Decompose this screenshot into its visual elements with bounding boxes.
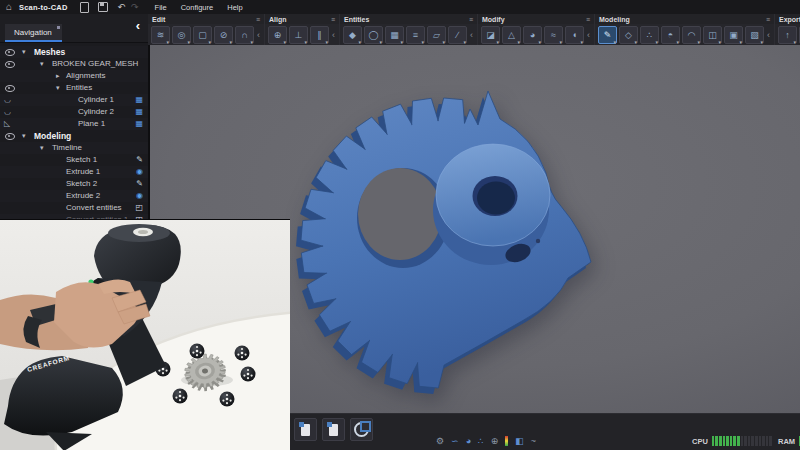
sculpt-sphere-button[interactable]: ◎▾	[172, 26, 191, 44]
grid-icon[interactable]: ▦	[135, 94, 143, 106]
tree-item-cylinder-1[interactable]: ◡Cylinder 1▦	[0, 94, 148, 106]
meter-segment	[766, 436, 769, 446]
undo-icon[interactable]: ↶	[118, 0, 126, 14]
vertices-display-icon[interactable]: ∴	[478, 436, 484, 446]
visibility-eye-icon[interactable]	[5, 61, 15, 68]
align-pair-button[interactable]: ∥▾	[310, 26, 329, 44]
chevron-down-icon[interactable]: ▾	[40, 142, 44, 154]
select-volume-button[interactable]: ▢▾	[193, 26, 212, 44]
auto-entities-button[interactable]: ◆▾	[343, 26, 362, 44]
section-menu-icon[interactable]: ≡	[469, 16, 473, 23]
circle-entity-button[interactable]: ◯▾	[364, 26, 383, 44]
section-menu-icon[interactable]: ≡	[256, 16, 260, 23]
tree-item-broken-gear-mesh[interactable]: ▾BROKEN GEAR_MESH	[0, 58, 148, 70]
visibility-eye-icon[interactable]	[5, 85, 15, 92]
surface-shade-icon[interactable]: ◕	[466, 436, 471, 446]
tab-navigation[interactable]: Navigation	[5, 24, 62, 42]
new-document-icon[interactable]	[80, 2, 89, 13]
sketch-icon[interactable]: ✎	[136, 154, 143, 166]
dropdown-caret-icon: ▾	[400, 39, 403, 45]
bridge-mesh-button[interactable]: ∩▾	[235, 26, 254, 44]
section-overflow-chevron[interactable]: ‹	[767, 30, 770, 40]
home-icon[interactable]: ⌂	[6, 0, 12, 14]
tree-item-plane-1[interactable]: ◺Plane 1▦	[0, 118, 148, 130]
tree-item-alignments[interactable]: ▸Alignments	[0, 70, 148, 82]
grid-entity-button[interactable]: ▦▾	[385, 26, 404, 44]
menu-file[interactable]: File	[155, 3, 167, 12]
section-overflow-chevron[interactable]: ‹	[332, 30, 335, 40]
section-overflow-chevron[interactable]: ‹	[587, 30, 590, 40]
tree-item-extrude-2[interactable]: Extrude 2◉	[0, 190, 148, 202]
dropdown-caret-icon: ▾	[538, 39, 541, 45]
tree-item-timeline[interactable]: ▾Timeline	[0, 142, 148, 154]
chevron-down-icon[interactable]: ▾	[22, 130, 26, 142]
dropdown-caret-icon: ▾	[613, 39, 616, 45]
snapshot-button-2[interactable]	[322, 418, 345, 441]
visibility-eye-icon[interactable]	[5, 133, 15, 140]
mesh-display-icon[interactable]: ◧	[515, 436, 524, 446]
curve-tool-button[interactable]: ≈▾	[544, 26, 563, 44]
section-overflow-chevron[interactable]: ‹	[470, 30, 473, 40]
visibility-eye-icon[interactable]	[5, 49, 15, 56]
tree-item-convert-entities[interactable]: Convert entities◰	[0, 202, 148, 214]
save-icon[interactable]	[98, 2, 108, 12]
chevron-down-icon[interactable]: ▾	[56, 82, 60, 94]
tree-item-sketch-1[interactable]: Sketch 1✎	[0, 154, 148, 166]
menu-configure[interactable]: Configure	[181, 3, 214, 12]
tree-item-extrude-1[interactable]: Extrude 1◉	[0, 166, 148, 178]
split-tool-button[interactable]: ◫▾	[703, 26, 722, 44]
tree-item-cylinder-2[interactable]: ◡Cylinder 2▦	[0, 106, 148, 118]
redo-icon[interactable]: ↷	[131, 0, 139, 14]
plane-entity-button[interactable]: ▱▾	[427, 26, 446, 44]
sketch-tool-button[interactable]: ✎▾	[598, 26, 617, 44]
line-entity-button[interactable]: ∕▾	[448, 26, 467, 44]
grid-icon[interactable]: ▦	[135, 106, 143, 118]
tree-item-entities[interactable]: ▾Entities	[0, 82, 148, 94]
render-settings-icon[interactable]: ⚙	[436, 436, 444, 446]
section-label: Export	[779, 16, 800, 23]
align-plane-button[interactable]: ⊥▾	[289, 26, 308, 44]
surface-fit-button[interactable]: ◪▾	[481, 26, 500, 44]
extrude-icon[interactable]: ◉	[136, 166, 143, 178]
collapse-panel-chevron[interactable]: ‹	[136, 18, 140, 33]
solid-tool-button[interactable]: ▣▾	[724, 26, 743, 44]
grid-icon[interactable]: ▦	[135, 118, 143, 130]
section-label: Edit	[152, 16, 165, 23]
snapshot-button-1[interactable]	[294, 418, 317, 441]
section-menu-icon[interactable]: ≡	[766, 16, 770, 23]
section-menu-icon[interactable]: ≡	[331, 16, 335, 23]
app-title: Scan-to-CAD	[19, 3, 67, 12]
smooth-shade-icon[interactable]: ∽	[451, 436, 459, 446]
patch-tool-button[interactable]: ◕▾	[523, 26, 542, 44]
slice-entity-button[interactable]: ≡▾	[406, 26, 425, 44]
align-origin-button[interactable]: ⊕▾	[268, 26, 287, 44]
deviation-colorbar-icon[interactable]	[505, 436, 508, 446]
clean-mesh-button[interactable]: ≋▾	[151, 26, 170, 44]
chevron-down-icon[interactable]: ▾	[40, 58, 44, 70]
sketch-icon[interactable]: ✎	[136, 178, 143, 190]
tree-item-sketch-2[interactable]: Sketch 2✎	[0, 178, 148, 190]
point-cloud-button[interactable]: ∴▾	[640, 26, 659, 44]
convert-icon[interactable]: ◰	[135, 202, 143, 214]
pin-icon[interactable]	[57, 26, 60, 29]
chevron-right-icon[interactable]: ▸	[56, 70, 60, 82]
tree-item-modeling[interactable]: ▾Modeling	[0, 130, 148, 142]
triangle-tool-button[interactable]: △▾	[502, 26, 521, 44]
surface-loop-button[interactable]: ◠▾	[682, 26, 701, 44]
section-overflow-chevron[interactable]: ‹	[257, 30, 260, 40]
boundary-curve-icon[interactable]: ~	[531, 436, 536, 446]
chevron-down-icon[interactable]: ▾	[22, 46, 26, 58]
tree-item-meshes[interactable]: ▾Meshes	[0, 46, 148, 58]
title-bar: ⌂ Scan-to-CAD ↶ ↷ FileConfigureHelp	[0, 0, 800, 14]
clipping-plane-button[interactable]	[350, 418, 373, 441]
targets-display-icon[interactable]: ⊕	[491, 436, 499, 446]
deviation-tool-button[interactable]: ▧▾	[745, 26, 764, 44]
menu-help[interactable]: Help	[227, 3, 242, 12]
export-mesh-button[interactable]: ↑▾	[778, 26, 797, 44]
mirror-tool-button[interactable]: ◖▾	[565, 26, 584, 44]
erase-selection-button[interactable]: ⊘▾	[214, 26, 233, 44]
section-menu-icon[interactable]: ≡	[586, 16, 590, 23]
extrude-icon[interactable]: ◉	[136, 190, 143, 202]
revolve-tool-button[interactable]: ◓▾	[661, 26, 680, 44]
transfer-to-cad-button[interactable]: ◇▾	[619, 26, 638, 44]
